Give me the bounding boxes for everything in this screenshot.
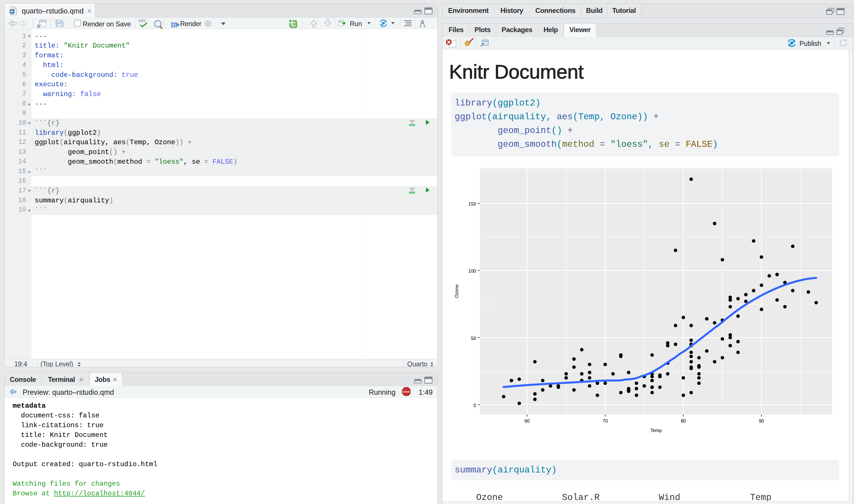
- svg-text:80: 80: [681, 418, 686, 424]
- svg-text:60: 60: [525, 418, 530, 424]
- svg-text:STOP: STOP: [403, 391, 410, 393]
- svg-text:0: 0: [473, 403, 476, 408]
- svg-text:70: 70: [603, 418, 608, 424]
- svg-text:Ozone: Ozone: [454, 284, 459, 298]
- svg-text:100: 100: [468, 269, 476, 273]
- svg-text:150: 150: [468, 201, 476, 206]
- svg-text:50: 50: [471, 336, 476, 341]
- svg-text:90: 90: [759, 418, 764, 424]
- svg-text:Temp: Temp: [650, 428, 661, 433]
